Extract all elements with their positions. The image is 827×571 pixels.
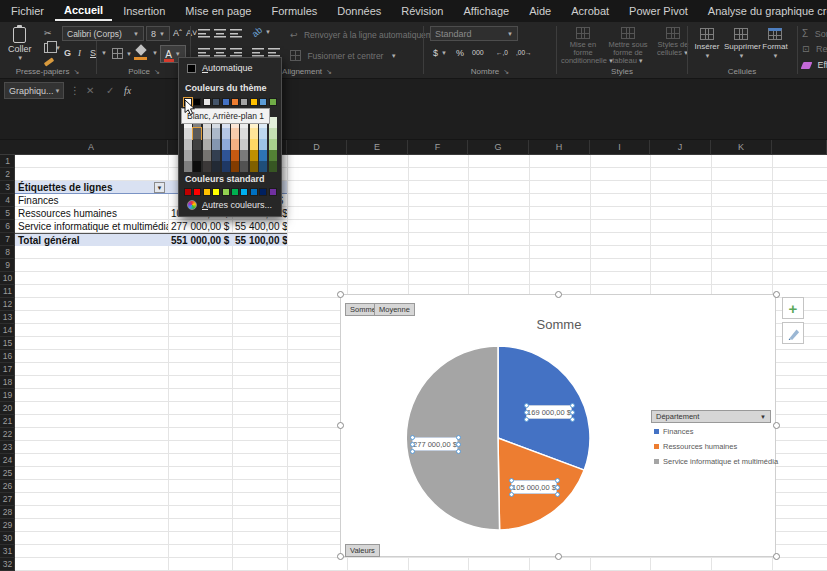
label-selection-handle[interactable]	[509, 485, 514, 490]
column-header-E[interactable]: E	[347, 140, 408, 155]
theme-variant-swatch[interactable]	[259, 150, 267, 161]
label-selection-handle[interactable]	[555, 478, 560, 483]
autosum-button[interactable]: Σ Somme	[802, 28, 827, 39]
theme-variant-swatch[interactable]	[231, 139, 239, 150]
cell-A7[interactable]: Total général	[15, 233, 168, 246]
chart-title[interactable]: Somme	[341, 317, 777, 332]
ribbon-tab-aide[interactable]: Aide	[520, 2, 560, 20]
column-header-A[interactable]: A	[15, 140, 168, 155]
theme-variant-swatch[interactable]	[203, 128, 211, 139]
theme-variant-swatch[interactable]	[269, 128, 277, 139]
theme-color-swatch[interactable]	[212, 98, 220, 106]
cell-B7[interactable]: 551 000,00 $	[168, 233, 232, 246]
row-header-10[interactable]: 10	[0, 272, 15, 285]
namebox-splitter[interactable]: ⋮	[70, 82, 80, 99]
label-selection-handle[interactable]	[456, 435, 461, 440]
label-selection-handle[interactable]	[509, 492, 514, 497]
borders-button[interactable]: ▼	[112, 48, 132, 59]
theme-variant-swatch[interactable]	[240, 128, 248, 139]
row-header-12[interactable]: 12	[0, 298, 15, 311]
row-header-20[interactable]: 20	[0, 402, 15, 415]
ribbon-tab-donn-es[interactable]: Données	[328, 2, 390, 20]
legend-field-button[interactable]: Département▼	[651, 410, 771, 423]
standard-color-swatch[interactable]	[212, 188, 220, 196]
row-header-21[interactable]: 21	[0, 415, 15, 428]
label-selection-handle[interactable]	[524, 417, 529, 422]
row-header-32[interactable]: 32	[0, 558, 15, 571]
row-header-13[interactable]: 13	[0, 311, 15, 324]
row-header-1[interactable]: 1	[0, 155, 15, 168]
theme-variant-swatch[interactable]	[212, 161, 220, 172]
label-selection-handle[interactable]	[555, 492, 560, 497]
row-header-5[interactable]: 5	[0, 207, 15, 220]
italic-button[interactable]: I	[78, 48, 81, 58]
ribbon-tab-acrobat[interactable]: Acrobat	[562, 2, 618, 20]
legend-item-ressources[interactable]: Ressources humaines	[654, 442, 737, 451]
increase-indent-button[interactable]	[268, 48, 280, 57]
row-header-6[interactable]: 6	[0, 220, 15, 233]
column-header-K[interactable]: K	[711, 140, 772, 155]
row-header-28[interactable]: 28	[0, 506, 15, 519]
row-header-25[interactable]: 25	[0, 467, 15, 480]
theme-variant-swatch[interactable]	[222, 128, 230, 139]
theme-variant-swatch[interactable]	[269, 161, 277, 172]
cell-A3[interactable]: Étiquettes de lignes	[15, 181, 168, 194]
row-header-17[interactable]: 17	[0, 363, 15, 376]
label-selection-handle[interactable]	[410, 442, 415, 447]
row-header-30[interactable]: 30	[0, 532, 15, 545]
theme-variant-swatch[interactable]	[231, 161, 239, 172]
cell-C7[interactable]: 55 100,00 $	[232, 233, 287, 246]
theme-variant-swatch[interactable]	[203, 139, 211, 150]
row-header-15[interactable]: 15	[0, 337, 15, 350]
percent-button[interactable]: %	[456, 48, 464, 58]
selection-handle[interactable]	[337, 553, 344, 560]
data-label-finances[interactable]: 169 000,00 $	[526, 405, 572, 419]
align-center-button[interactable]	[214, 48, 226, 57]
theme-variant-swatch[interactable]	[250, 139, 258, 150]
theme-variant-swatch[interactable]	[212, 150, 220, 161]
chart-elements-button[interactable]: +	[782, 297, 804, 319]
pivot-chart[interactable]: Somme Moyenne Valeurs Somme 169 000,00 $…	[340, 294, 776, 557]
theme-variant-swatch[interactable]	[193, 139, 201, 150]
format-cells-button[interactable]: Format▼	[758, 28, 792, 60]
align-bottom-button[interactable]	[230, 29, 242, 38]
row-header-4[interactable]: 4	[0, 194, 15, 207]
theme-variant-swatch[interactable]	[269, 150, 277, 161]
align-left-button[interactable]	[198, 48, 210, 57]
column-header-D[interactable]: D	[287, 140, 347, 155]
row-header-8[interactable]: 8	[0, 246, 15, 259]
row-header-14[interactable]: 14	[0, 324, 15, 337]
label-selection-handle[interactable]	[570, 417, 575, 422]
cell-A6[interactable]: Service informatique et multimédia	[15, 220, 168, 233]
data-label-service[interactable]: 277 000,00 $	[412, 437, 458, 451]
cell-C6[interactable]: 55 400,00 $	[232, 220, 287, 233]
theme-variant-swatch[interactable]	[269, 139, 277, 150]
legend-item-service[interactable]: Service informatique et multimédia	[654, 457, 778, 466]
label-selection-handle[interactable]	[410, 449, 415, 454]
theme-variant-swatch[interactable]	[259, 139, 267, 150]
selection-handle[interactable]	[773, 422, 780, 429]
fill-button[interactable]: ⊡ Recopier	[802, 44, 827, 54]
automatic-color-item[interactable]: Automatique	[187, 63, 253, 73]
ribbon-tab-analyse-du-graphique-crois-dynamique[interactable]: Analyse du graphique croisé dynamique	[699, 2, 827, 20]
align-middle-button[interactable]	[214, 29, 226, 38]
selection-handle[interactable]	[337, 291, 344, 298]
row-header-26[interactable]: 26	[0, 480, 15, 493]
dialog-launcher-icon[interactable]: ↘	[503, 68, 509, 75]
theme-variant-swatch[interactable]	[231, 150, 239, 161]
theme-variant-swatch[interactable]	[184, 150, 192, 161]
clear-button[interactable]: Effacer	[802, 60, 827, 70]
theme-variant-swatch[interactable]	[193, 150, 201, 161]
merge-center-button[interactable]: Fusionner et centrer ▼	[290, 50, 397, 61]
theme-color-swatch[interactable]	[231, 98, 239, 106]
label-selection-handle[interactable]	[456, 449, 461, 454]
legend-item-finances[interactable]: Finances	[654, 427, 693, 436]
selection-handle[interactable]	[555, 291, 562, 298]
selection-handle[interactable]	[773, 291, 780, 298]
cell-A4[interactable]: Finances	[15, 194, 168, 207]
selection-handle[interactable]	[337, 422, 344, 429]
bold-button[interactable]: G	[64, 48, 71, 58]
underline-button[interactable]: S	[90, 48, 96, 58]
theme-variant-swatch[interactable]	[193, 128, 201, 139]
standard-color-swatch[interactable]	[250, 188, 258, 196]
